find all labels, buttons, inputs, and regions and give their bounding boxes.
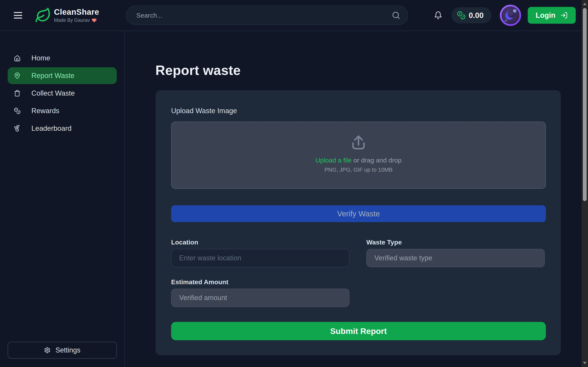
brand[interactable]: CleanShare Made By Gaurav [35,7,99,24]
settings-button[interactable]: Settings [8,342,117,359]
main-content: Report waste Upload Waste Image Upload a… [125,31,588,367]
sidebar-item-label: Home [31,54,50,62]
sidebar-item-report-waste[interactable]: Report Waste [8,67,117,84]
medal-icon [14,125,21,132]
waste-type-label: Waste Type [366,238,545,246]
verify-waste-button[interactable]: Verify Waste [171,205,546,222]
upload-file-link[interactable]: Upload a file [315,157,352,164]
location-input[interactable] [171,249,349,267]
sidebar-item-leaderboard[interactable]: Leaderboard [8,120,117,137]
heart-gift-emoji-icon [92,17,97,23]
menu-icon[interactable] [14,12,22,18]
upload-dropzone[interactable]: Upload a file or drag and drop PNG, JPG,… [171,122,546,189]
upload-icon [350,134,367,152]
search-input[interactable] [136,11,392,19]
app-root: CleanShare Made By Gaurav [0,0,588,367]
home-icon [14,55,21,62]
upload-section-label: Upload Waste Image [171,107,546,115]
sidebar-nav: Home Report Waste [8,50,117,138]
log-in-icon [561,12,568,19]
avatar[interactable] [500,5,521,26]
brand-tagline: Made By Gaurav [54,17,90,23]
sidebar-item-label: Rewards [31,107,59,115]
sidebar: Home Report Waste [0,31,125,367]
scrollbar[interactable] [581,0,588,367]
scrollbar-down-arrow-icon[interactable] [581,360,588,366]
waste-type-input [366,249,545,267]
submit-report-button[interactable]: Submit Report [171,322,546,340]
balance-badge[interactable]: 0.00 [451,7,491,23]
login-button-label: Login [536,11,555,19]
dropzone-hint: PNG, JPG, GIF up to 10MB [324,167,393,173]
brand-title: CleanShare [54,8,99,17]
sidebar-item-label: Leaderboard [31,125,72,133]
trash-icon [14,90,21,97]
waste-type-field: Waste Type [366,238,545,267]
sidebar-item-home[interactable]: Home [8,50,117,67]
sidebar-item-rewards[interactable]: Rewards [8,102,117,119]
search-bar [126,6,408,25]
balance-amount: 0.00 [469,11,484,20]
scrollbar-up-arrow-icon[interactable] [581,1,588,7]
header-actions: 0.00 [434,5,576,26]
map-pin-icon [14,72,21,79]
leaf-logo-icon [35,7,51,24]
scrollbar-thumb[interactable] [583,8,587,201]
login-button[interactable]: Login [528,7,576,24]
search-icon[interactable] [392,11,400,20]
sidebar-item-label: Collect Waste [31,89,75,97]
coins-icon [457,11,466,20]
coins-icon [14,108,21,114]
sidebar-item-collect-waste[interactable]: Collect Waste [8,85,117,102]
report-waste-card: Upload Waste Image Upload a file or drag… [156,90,561,355]
gear-icon [44,347,51,353]
dropzone-suffix-text: or drag and drop [352,157,402,164]
bell-icon[interactable] [434,11,442,19]
location-label: Location [171,238,349,246]
app-header: CleanShare Made By Gaurav [0,0,588,31]
sidebar-item-label: Report Waste [31,72,74,80]
page-title: Report waste [156,63,588,78]
estimated-amount-label: Estimated Amount [171,278,349,286]
location-field: Location [171,238,349,267]
estimated-amount-input [171,289,349,307]
estimated-amount-field: Estimated Amount [171,278,349,307]
settings-button-label: Settings [55,346,80,354]
